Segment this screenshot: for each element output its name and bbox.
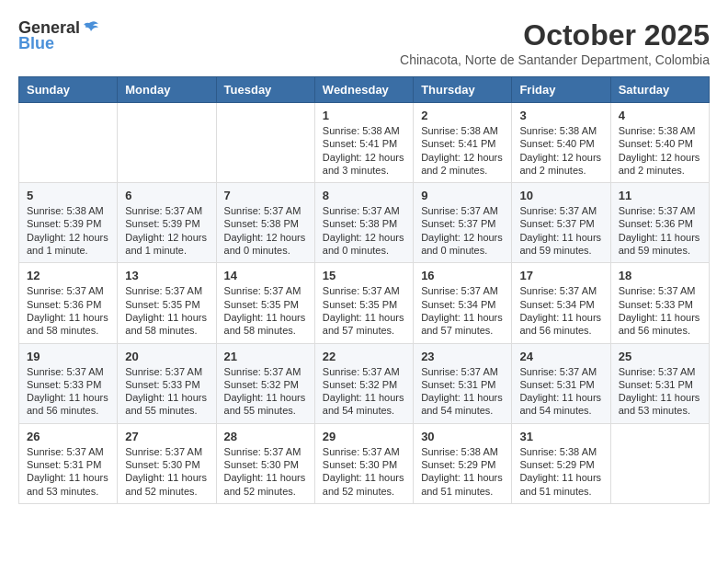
cell-content: Sunset: 5:29 PM bbox=[519, 458, 602, 471]
cell-content: Daylight: 12 hours and 1 minute. bbox=[125, 231, 208, 258]
header-saturday: Saturday bbox=[610, 77, 709, 103]
cell-content: Sunset: 5:30 PM bbox=[323, 458, 405, 471]
calendar-cell: 2Sunrise: 5:38 AMSunset: 5:41 PMDaylight… bbox=[414, 103, 512, 183]
calendar-cell: 24Sunrise: 5:37 AMSunset: 5:31 PMDayligh… bbox=[512, 343, 610, 423]
cell-content: Sunset: 5:36 PM bbox=[27, 298, 109, 311]
cell-content: Sunrise: 5:38 AM bbox=[421, 445, 504, 458]
day-number: 12 bbox=[27, 269, 109, 282]
calendar-week-row: 12Sunrise: 5:37 AMSunset: 5:36 PMDayligh… bbox=[19, 263, 710, 343]
day-number: 29 bbox=[323, 430, 405, 443]
cell-content: Daylight: 11 hours and 55 minutes. bbox=[224, 391, 307, 418]
cell-content: Sunset: 5:31 PM bbox=[619, 378, 701, 391]
calendar-week-row: 26Sunrise: 5:37 AMSunset: 5:31 PMDayligh… bbox=[19, 423, 710, 503]
day-number: 13 bbox=[125, 269, 208, 282]
day-number: 6 bbox=[125, 189, 208, 202]
cell-content: Daylight: 11 hours and 59 minutes. bbox=[519, 231, 602, 258]
cell-content: Sunset: 5:38 PM bbox=[323, 217, 405, 230]
cell-content: Sunrise: 5:37 AM bbox=[323, 365, 405, 378]
calendar-cell: 6Sunrise: 5:37 AMSunset: 5:39 PMDaylight… bbox=[118, 183, 216, 263]
cell-content: Daylight: 11 hours and 51 minutes. bbox=[519, 471, 602, 498]
day-number: 17 bbox=[519, 269, 602, 282]
cell-content: Sunrise: 5:37 AM bbox=[519, 284, 602, 297]
calendar-cell: 25Sunrise: 5:37 AMSunset: 5:31 PMDayligh… bbox=[610, 343, 709, 423]
calendar-cell bbox=[610, 423, 709, 503]
cell-content: Daylight: 11 hours and 58 minutes. bbox=[125, 311, 208, 338]
cell-content: Sunset: 5:39 PM bbox=[125, 217, 208, 230]
cell-content: Sunrise: 5:37 AM bbox=[224, 445, 307, 458]
cell-content: Sunset: 5:34 PM bbox=[519, 298, 602, 311]
cell-content: Daylight: 11 hours and 54 minutes. bbox=[519, 391, 602, 418]
cell-content: Sunrise: 5:38 AM bbox=[421, 124, 504, 137]
cell-content: Daylight: 12 hours and 2 minutes. bbox=[421, 151, 504, 178]
cell-content: Sunset: 5:37 PM bbox=[421, 217, 504, 230]
cell-content: Daylight: 12 hours and 3 minutes. bbox=[323, 151, 405, 178]
cell-content: Sunset: 5:33 PM bbox=[125, 378, 208, 391]
cell-content: Daylight: 12 hours and 2 minutes. bbox=[519, 151, 602, 178]
cell-content: Sunset: 5:33 PM bbox=[619, 298, 701, 311]
header-monday: Monday bbox=[118, 77, 216, 103]
calendar-cell bbox=[216, 103, 314, 183]
cell-content: Sunrise: 5:37 AM bbox=[619, 365, 701, 378]
day-number: 26 bbox=[27, 430, 109, 443]
calendar-cell: 14Sunrise: 5:37 AMSunset: 5:35 PMDayligh… bbox=[216, 263, 314, 343]
calendar-cell: 18Sunrise: 5:37 AMSunset: 5:33 PMDayligh… bbox=[610, 263, 709, 343]
calendar-cell: 3Sunrise: 5:38 AMSunset: 5:40 PMDaylight… bbox=[512, 103, 610, 183]
calendar-cell: 10Sunrise: 5:37 AMSunset: 5:37 PMDayligh… bbox=[512, 183, 610, 263]
calendar-cell: 7Sunrise: 5:37 AMSunset: 5:38 PMDaylight… bbox=[216, 183, 314, 263]
cell-content: Sunrise: 5:37 AM bbox=[519, 204, 602, 217]
header-tuesday: Tuesday bbox=[216, 77, 314, 103]
cell-content: Sunset: 5:35 PM bbox=[224, 298, 307, 311]
cell-content: Sunrise: 5:37 AM bbox=[224, 365, 307, 378]
day-number: 18 bbox=[619, 269, 701, 282]
cell-content: Sunrise: 5:37 AM bbox=[421, 365, 504, 378]
cell-content: Sunset: 5:36 PM bbox=[619, 217, 701, 230]
cell-content: Sunrise: 5:37 AM bbox=[519, 365, 602, 378]
day-number: 27 bbox=[125, 430, 208, 443]
day-number: 11 bbox=[619, 189, 701, 202]
logo: General Blue bbox=[18, 18, 100, 53]
cell-content: Sunset: 5:32 PM bbox=[323, 378, 405, 391]
cell-content: Sunrise: 5:38 AM bbox=[519, 124, 602, 137]
cell-content: Sunrise: 5:37 AM bbox=[323, 284, 405, 297]
cell-content: Sunset: 5:40 PM bbox=[519, 137, 602, 150]
cell-content: Sunset: 5:33 PM bbox=[27, 378, 109, 391]
day-number: 30 bbox=[421, 430, 504, 443]
cell-content: Sunset: 5:38 PM bbox=[224, 217, 307, 230]
day-number: 15 bbox=[323, 269, 405, 282]
calendar-cell bbox=[19, 103, 118, 183]
day-number: 21 bbox=[224, 350, 307, 363]
cell-content: Daylight: 11 hours and 57 minutes. bbox=[421, 311, 504, 338]
day-number: 22 bbox=[323, 350, 405, 363]
cell-content: Sunrise: 5:37 AM bbox=[619, 204, 701, 217]
cell-content: Daylight: 11 hours and 58 minutes. bbox=[224, 311, 307, 338]
cell-content: Daylight: 11 hours and 53 minutes. bbox=[619, 391, 701, 418]
calendar-cell: 13Sunrise: 5:37 AMSunset: 5:35 PMDayligh… bbox=[118, 263, 216, 343]
cell-content: Sunset: 5:35 PM bbox=[125, 298, 208, 311]
logo-blue-text: Blue bbox=[18, 34, 54, 53]
cell-content: Sunset: 5:30 PM bbox=[224, 458, 307, 471]
cell-content: Daylight: 11 hours and 55 minutes. bbox=[125, 391, 208, 418]
calendar-week-row: 5Sunrise: 5:38 AMSunset: 5:39 PMDaylight… bbox=[19, 183, 710, 263]
day-number: 23 bbox=[421, 350, 504, 363]
cell-content: Daylight: 11 hours and 52 minutes. bbox=[323, 471, 405, 498]
cell-content: Sunrise: 5:37 AM bbox=[125, 365, 208, 378]
calendar-cell: 31Sunrise: 5:38 AMSunset: 5:29 PMDayligh… bbox=[512, 423, 610, 503]
cell-content: Sunrise: 5:37 AM bbox=[224, 204, 307, 217]
calendar-header-row: SundayMondayTuesdayWednesdayThursdayFrid… bbox=[19, 77, 710, 103]
day-number: 5 bbox=[27, 189, 109, 202]
day-number: 31 bbox=[519, 430, 602, 443]
calendar-cell: 28Sunrise: 5:37 AMSunset: 5:30 PMDayligh… bbox=[216, 423, 314, 503]
calendar-week-row: 19Sunrise: 5:37 AMSunset: 5:33 PMDayligh… bbox=[19, 343, 710, 423]
header-wednesday: Wednesday bbox=[314, 77, 413, 103]
cell-content: Sunrise: 5:37 AM bbox=[224, 284, 307, 297]
calendar-cell: 21Sunrise: 5:37 AMSunset: 5:32 PMDayligh… bbox=[216, 343, 314, 423]
cell-content: Sunrise: 5:37 AM bbox=[125, 445, 208, 458]
title-block: October 2025 Chinacota, Norte de Santand… bbox=[100, 18, 710, 67]
day-number: 7 bbox=[224, 189, 307, 202]
cell-content: Daylight: 11 hours and 59 minutes. bbox=[619, 231, 701, 258]
cell-content: Daylight: 11 hours and 58 minutes. bbox=[27, 311, 109, 338]
cell-content: Daylight: 11 hours and 56 minutes. bbox=[519, 311, 602, 338]
cell-content: Sunrise: 5:38 AM bbox=[619, 124, 701, 137]
cell-content: Sunset: 5:39 PM bbox=[27, 217, 109, 230]
cell-content: Daylight: 11 hours and 56 minutes. bbox=[27, 391, 109, 418]
